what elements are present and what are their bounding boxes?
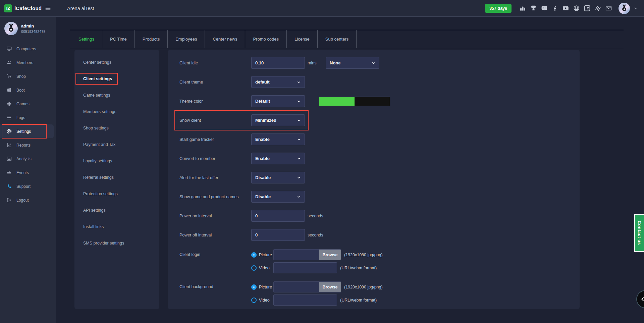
submenu-item-install-links[interactable]: Install links (74, 218, 159, 235)
page-title: Arena aiTest (67, 6, 94, 11)
radio-label: Video (259, 298, 270, 303)
form-row-client-login: Client login Picture Browse (1920x1080 j… (179, 245, 580, 277)
unit-label: seconds (308, 233, 323, 237)
users-icon (6, 60, 12, 65)
client-background-browse-button[interactable]: Browse (319, 282, 341, 292)
sidebar-item-support[interactable]: Support (0, 179, 56, 193)
sidebar-item-events[interactable]: Events (0, 166, 56, 179)
tab-promo-codes[interactable]: Promo codes (245, 30, 287, 48)
submenu-item-payment-and-tax[interactable]: Payment and Tax (74, 136, 159, 153)
submenu-item-api-settings[interactable]: API settings (74, 202, 159, 218)
submenu-item-members-settings[interactable]: Members settings (74, 103, 159, 120)
sidebar-item-computers[interactable]: Computers (0, 42, 56, 56)
video-hint: (URL/webm format) (340, 266, 377, 270)
layers-icon[interactable] (594, 5, 601, 12)
select-value: default (255, 79, 270, 85)
sidebar-item-label: Support (16, 184, 31, 189)
client-login-browse-button[interactable]: Browse (319, 250, 341, 260)
brand-logo[interactable]: i2 iCafeCloud (4, 4, 42, 12)
field-label: Power on interval (179, 214, 251, 218)
theme-color-preview[interactable] (319, 97, 390, 106)
chevron-left-icon (640, 297, 644, 302)
profile-text: admin 005193482475 (21, 23, 45, 34)
user-avatar[interactable] (619, 3, 630, 14)
picture-hint: (1920x1080 jpg/png) (344, 285, 383, 289)
youtube-icon[interactable] (562, 5, 569, 12)
client-login-picture-radio[interactable]: Picture (251, 252, 273, 258)
client-background-video-url-input[interactable] (273, 294, 337, 306)
mail-icon[interactable] (605, 5, 612, 12)
form-row-power-off-interval: Power off interval seconds (179, 225, 580, 245)
contact-us-button[interactable]: Contact us (634, 214, 644, 252)
sidebar-item-logs[interactable]: Logs (0, 111, 56, 124)
radio-label: Picture (259, 253, 272, 257)
client-background-picture-file: Browse (273, 281, 341, 292)
ranking-icon[interactable] (519, 5, 526, 12)
topbar-right: 357 days (485, 3, 644, 14)
hamburger-menu-button[interactable] (45, 5, 51, 12)
client-idle-action-select[interactable]: None (326, 57, 379, 69)
submenu-item-shop-settings[interactable]: Shop settings (74, 120, 159, 136)
power-off-interval-input[interactable] (251, 229, 305, 241)
alert-last-offer-select[interactable]: Disable (251, 172, 305, 183)
sidebar: admin 005193482475 Computers Members Sho… (0, 17, 56, 323)
sidebar-item-members[interactable]: Members (0, 56, 56, 69)
video-line: Video (URL/webm format) (251, 294, 383, 306)
tab-products[interactable]: Products (135, 30, 168, 48)
form-row-client-idle: Client idle mins None (179, 53, 580, 72)
globe-icon[interactable] (573, 5, 580, 12)
submenu-item-center-settings[interactable]: Center settings (74, 54, 159, 70)
client-login-video-radio[interactable]: Video (251, 265, 273, 271)
client-background-media: Picture Browse (1920x1080 jpg/png) Video (251, 281, 383, 306)
tab-center-news[interactable]: Center news (205, 30, 245, 48)
submenu-item-referral-settings[interactable]: Referral settings (74, 169, 159, 185)
icafecloud-mark-icon[interactable] (584, 5, 591, 12)
discord-icon[interactable] (541, 5, 548, 12)
submenu-item-label: Client settings (83, 76, 112, 81)
sidebar-item-games[interactable]: Games (0, 97, 56, 111)
gear-icon (6, 128, 12, 134)
sidebar-item-shop[interactable]: Shop (0, 69, 56, 83)
sidebar-item-reports[interactable]: Reports (0, 138, 56, 152)
menu-icon (45, 5, 51, 12)
sidebar-item-analysis[interactable]: Analysis (0, 152, 56, 166)
tab-pc-time[interactable]: PC Time (102, 30, 135, 48)
client-theme-select[interactable]: default (251, 76, 305, 88)
sidebar-item-settings[interactable]: Settings (0, 124, 54, 138)
form-row-convert-to-member: Convert to member Enable (179, 149, 580, 168)
tab-employees[interactable]: Employees (168, 30, 205, 48)
theme-color-select[interactable]: Default (251, 95, 305, 107)
sidebar-item-label: Members (16, 60, 33, 65)
tab-sub-centers[interactable]: Sub centers (318, 30, 357, 48)
user-name: admin (21, 23, 45, 29)
select-value: Disable (255, 194, 271, 199)
show-client-select[interactable]: Minimized (251, 114, 305, 126)
client-background-video-radio[interactable]: Video (251, 298, 273, 303)
form-row-client-background: Client background Picture Browse (1920x1… (179, 277, 580, 309)
profile-avatar (4, 22, 18, 35)
main-content: Settings PC Time Products Employees Cent… (56, 17, 644, 323)
convert-to-member-select[interactable]: Enable (251, 153, 305, 164)
sidebar-item-boot[interactable]: Boot (0, 83, 56, 97)
tabs: Settings PC Time Products Employees Cent… (70, 30, 624, 48)
show-game-product-names-select[interactable]: Disable (251, 191, 305, 203)
chevron-down-icon[interactable] (634, 6, 638, 10)
client-login-video-url-input[interactable] (273, 262, 337, 273)
submenu-item-game-settings[interactable]: Game settings (74, 87, 159, 103)
submenu-item-client-settings[interactable]: Client settings (74, 70, 159, 87)
power-on-interval-input[interactable] (251, 210, 305, 222)
tab-license[interactable]: License (287, 30, 318, 48)
tab-settings[interactable]: Settings (71, 30, 102, 48)
trophy-icon[interactable] (530, 5, 537, 12)
sidebar-item-logout[interactable]: Logout (0, 193, 56, 207)
submenu-item-protection-settings[interactable]: Protection settings (74, 185, 159, 202)
facebook-icon[interactable] (551, 5, 558, 12)
submenu-item-sms-provider-settings[interactable]: SMS provider settings (74, 235, 159, 251)
client-idle-input[interactable] (251, 57, 305, 69)
client-background-picture-radio[interactable]: Picture (251, 284, 273, 290)
cart-icon (6, 73, 12, 79)
sidebar-item-label: Logs (16, 115, 25, 120)
license-days-badge[interactable]: 357 days (485, 4, 512, 13)
start-game-tracker-select[interactable]: Enable (251, 133, 305, 145)
submenu-item-loyalty-settings[interactable]: Loyalty settings (74, 153, 159, 169)
